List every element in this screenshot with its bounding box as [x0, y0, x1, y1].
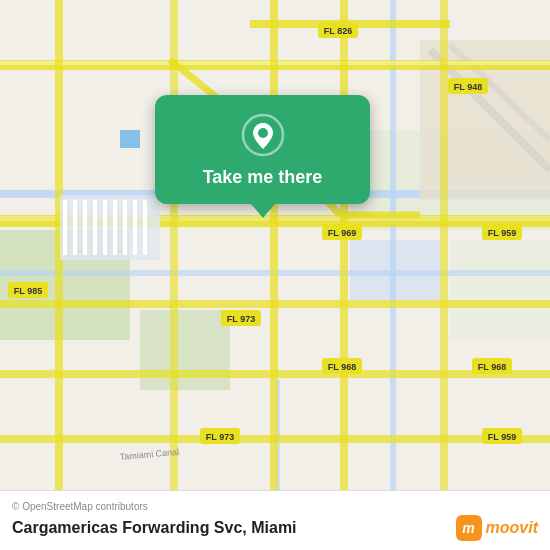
svg-rect-26 — [440, 0, 448, 490]
svg-text:FL 973: FL 973 — [227, 314, 255, 324]
location-label: Cargamericas Forwarding Svc, Miami — [12, 519, 297, 537]
svg-rect-24 — [270, 0, 278, 490]
attribution-text: © OpenStreetMap contributors — [12, 501, 538, 512]
svg-text:FL 985: FL 985 — [14, 286, 42, 296]
svg-text:FL 826: FL 826 — [324, 26, 352, 36]
svg-rect-40 — [120, 130, 140, 148]
svg-rect-9 — [390, 0, 396, 490]
bottom-bar: © OpenStreetMap contributors Cargamerica… — [0, 490, 550, 550]
moovit-logo: m moovit — [456, 515, 538, 541]
moovit-m-icon: m — [456, 515, 482, 541]
map-container: FL 826 FL 948 FL 969 FL 959 FL 985 FL 97… — [0, 0, 550, 490]
location-pin-icon — [241, 113, 285, 157]
svg-text:FL 973: FL 973 — [206, 432, 234, 442]
svg-text:FL 959: FL 959 — [488, 228, 516, 238]
location-name: Cargamericas Forwarding Svc, Miami m moo… — [12, 515, 538, 541]
map-background: FL 826 FL 948 FL 969 FL 959 FL 985 FL 97… — [0, 0, 550, 490]
popup-card[interactable]: Take me there — [155, 95, 370, 204]
svg-text:FL 968: FL 968 — [328, 362, 356, 372]
popup-label: Take me there — [203, 167, 323, 188]
svg-text:FL 948: FL 948 — [454, 82, 482, 92]
svg-rect-23 — [170, 0, 178, 490]
svg-rect-6 — [450, 240, 550, 340]
svg-text:FL 968: FL 968 — [478, 362, 506, 372]
svg-text:FL 969: FL 969 — [328, 228, 356, 238]
svg-text:FL 959: FL 959 — [488, 432, 516, 442]
moovit-text: moovit — [486, 519, 538, 537]
svg-rect-25 — [340, 0, 348, 490]
svg-point-64 — [258, 128, 268, 138]
